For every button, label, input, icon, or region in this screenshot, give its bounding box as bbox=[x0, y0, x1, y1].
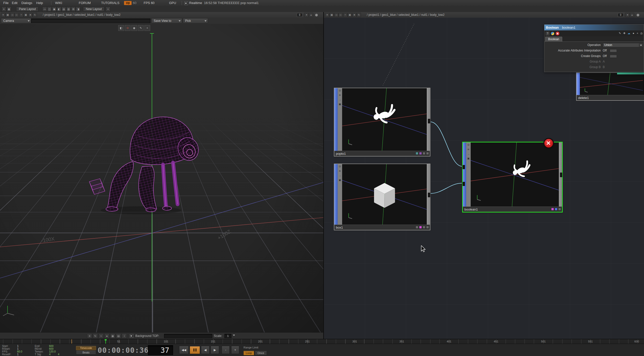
scale-field[interactable]: 1 bbox=[224, 334, 231, 338]
current-frame-field[interactable]: 37 bbox=[148, 345, 173, 355]
node-viewer-rail[interactable] bbox=[463, 142, 466, 207]
network-canvas[interactable]: ⊙ ≋ → ▣ bbox=[324, 18, 644, 339]
timeline-ruler[interactable]: 1 51 101 151 201 251 301 351 401 451 501… bbox=[0, 339, 644, 344]
expand-icon[interactable]: ▴ bbox=[309, 13, 313, 17]
add-layout-button[interactable]: + bbox=[106, 7, 110, 12]
node-export-icon[interactable]: → bbox=[338, 174, 342, 178]
toggle-box[interactable] bbox=[610, 55, 617, 58]
bookmark-icon[interactable]: ★ bbox=[352, 13, 356, 17]
scale-stepper[interactable] bbox=[233, 335, 235, 336]
menu-edit[interactable]: Edit bbox=[12, 0, 17, 6]
menu-tutorials[interactable]: TUTORIALS bbox=[101, 0, 119, 6]
grid-icon[interactable]: ▦ bbox=[7, 7, 11, 12]
pane-type-icon[interactable]: ▦ bbox=[330, 13, 334, 17]
viewport-3d[interactable]: -100X +100Z bbox=[0, 24, 323, 332]
decrement-frame-button[interactable]: - bbox=[222, 346, 230, 354]
node-boolean1[interactable]: ⊙ ≋ → ▣ bbox=[462, 142, 563, 213]
book-icon[interactable]: ▤ bbox=[116, 334, 121, 338]
node-palette-dots[interactable] bbox=[416, 152, 429, 155]
menu-wiki[interactable]: WIKI bbox=[55, 0, 62, 6]
layout-preset-5-icon[interactable]: ▤ bbox=[61, 7, 66, 12]
node-delete1[interactable]: delete1 bbox=[576, 72, 644, 101]
wireframe-cube[interactable] bbox=[89, 179, 105, 194]
maximize-icon[interactable]: ▣ bbox=[348, 13, 352, 17]
camera-view-icon[interactable]: ◧ bbox=[118, 25, 124, 31]
layout-preset-7-icon[interactable]: ⊞ bbox=[71, 7, 76, 12]
grid-toggle-icon[interactable]: ▦ bbox=[110, 334, 115, 338]
edit-icon[interactable]: ✎ bbox=[138, 25, 144, 31]
background-top-field[interactable] bbox=[164, 334, 212, 338]
breadcrumb-path[interactable]: / project1 / geo1_blue / selected_blue1 … bbox=[367, 12, 445, 18]
wire-popto1-boolean1[interactable] bbox=[430, 122, 462, 166]
node-popto1[interactable]: ⊙ ≋ → ▣ bbox=[334, 88, 430, 157]
node-viewer-rail[interactable] bbox=[577, 73, 580, 95]
add-parameter-icon[interactable]: + bbox=[635, 31, 639, 35]
dropdown-arrow-icon[interactable] bbox=[639, 43, 643, 47]
node-display-icon[interactable]: ⊙ bbox=[338, 89, 342, 93]
help-icon[interactable]: ? bbox=[545, 31, 550, 36]
save-view-select[interactable]: Save View to bbox=[151, 18, 182, 23]
forward-icon[interactable]: ▷ bbox=[339, 13, 343, 17]
smooth-icon[interactable]: ≈ bbox=[99, 334, 104, 338]
pin-icon[interactable] bbox=[636, 14, 639, 17]
pin-icon[interactable] bbox=[315, 14, 318, 17]
step-back-button[interactable]: ◀ bbox=[201, 346, 210, 354]
node-display-icon[interactable]: ⊙ bbox=[338, 165, 342, 169]
node-viewer-rail[interactable] bbox=[334, 88, 338, 151]
new-layout-button[interactable]: New Layout bbox=[83, 7, 104, 12]
pane-level-field[interactable]: 0 bbox=[297, 13, 302, 17]
node-export-icon[interactable]: → bbox=[466, 152, 470, 156]
node-box1[interactable]: ⊙ ≋ → ▣ bbox=[334, 164, 430, 230]
target-icon[interactable]: ◎ bbox=[639, 31, 643, 35]
wire-box1-boolean1[interactable] bbox=[430, 183, 462, 193]
menu-grip-icon[interactable]: ≡ bbox=[2, 7, 6, 12]
realtime-label[interactable]: Realtime bbox=[189, 0, 202, 6]
node-output-connector[interactable] bbox=[428, 193, 430, 197]
increment-frame-button[interactable]: + bbox=[231, 346, 239, 354]
toggle-box[interactable] bbox=[610, 49, 617, 52]
group-b-field[interactable]: B bbox=[603, 64, 605, 70]
create-groups-toggle[interactable]: Off bbox=[603, 53, 607, 59]
camera-readout-field[interactable] bbox=[31, 19, 150, 23]
language-toggle-icon[interactable] bbox=[551, 32, 554, 35]
info-icon[interactable]: i bbox=[122, 334, 127, 338]
node-lock-icon[interactable]: ▣ bbox=[338, 178, 342, 182]
layout-preset-8-icon[interactable]: ◨ bbox=[76, 7, 80, 12]
play-forward-button[interactable]: ▶ bbox=[211, 346, 219, 354]
node-palette-dots[interactable] bbox=[416, 226, 429, 229]
operation-dropdown[interactable]: Union bbox=[603, 43, 639, 47]
record-icon[interactable]: ⊙ bbox=[125, 25, 131, 31]
transform-icon[interactable]: ✛ bbox=[87, 334, 92, 338]
sphere-icon[interactable]: ● bbox=[104, 334, 109, 338]
accurate-interp-toggle[interactable]: Off bbox=[603, 48, 607, 53]
node-viewer[interactable] bbox=[342, 164, 427, 225]
forward-icon[interactable]: ▷ bbox=[15, 13, 19, 17]
back-icon[interactable]: ◁ bbox=[10, 13, 14, 17]
background-top-checkbox[interactable] bbox=[130, 334, 133, 338]
once-button[interactable]: Once bbox=[255, 351, 267, 355]
pane-type-icon[interactable]: ▦ bbox=[6, 13, 10, 17]
node-input-a-connector[interactable] bbox=[463, 165, 465, 169]
node-output-connector[interactable] bbox=[428, 119, 430, 123]
node-lock-icon[interactable]: ▣ bbox=[338, 102, 342, 106]
comment-icon[interactable]: ❖ bbox=[622, 31, 626, 35]
node-export-icon[interactable]: → bbox=[338, 98, 342, 102]
tsig-a-value[interactable]: 4 bbox=[49, 353, 51, 356]
oi-toggle[interactable]: O|I bbox=[124, 1, 132, 5]
edit-expression-icon[interactable]: ✎ bbox=[618, 31, 622, 35]
tsig-b-value[interactable]: 4 bbox=[58, 353, 59, 356]
breadcrumb-path[interactable]: / project1 / geo1_blue / selected_blue1 … bbox=[43, 12, 120, 18]
node-wire-icon[interactable]: ≋ bbox=[338, 93, 342, 97]
reset-view-icon[interactable]: ↻ bbox=[93, 334, 98, 338]
menu-dialogs[interactable]: Dialogs bbox=[21, 0, 32, 6]
pane-level-field[interactable]: 0 bbox=[618, 13, 623, 17]
camera-select[interactable]: Camera bbox=[1, 18, 31, 23]
refresh-icon[interactable]: ↻ bbox=[357, 13, 361, 17]
node-wire-icon[interactable]: ≋ bbox=[466, 147, 470, 151]
error-badge[interactable] bbox=[544, 138, 553, 148]
maximize-icon[interactable]: ▣ bbox=[24, 13, 28, 17]
layout-preset-1-icon[interactable]: ▭ bbox=[42, 7, 47, 12]
loop-button[interactable]: Loop bbox=[244, 351, 254, 355]
pick-select[interactable]: Pick bbox=[183, 18, 208, 23]
group-a-field[interactable]: A bbox=[603, 59, 605, 64]
